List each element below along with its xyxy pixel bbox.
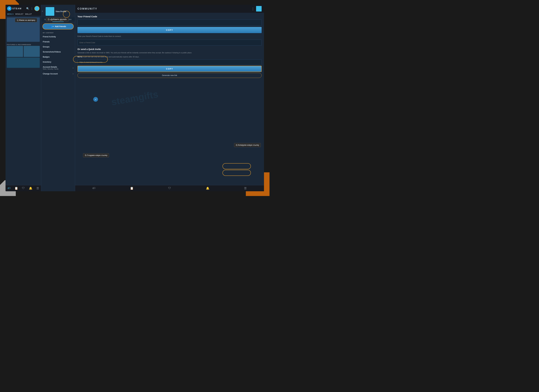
- menu-item-friends-label: Friends: [43, 41, 49, 43]
- quick-invite-title: Or send a Quick Invite: [77, 48, 262, 51]
- menu-item-account-label: Account Details: [43, 66, 58, 68]
- menu-item-friends[interactable]: Friends: [41, 39, 75, 44]
- menu-item-account[interactable]: Account Details Store, Security, Family …: [41, 65, 75, 71]
- featured-label: FEATURED & RECOMMENDED: [5, 43, 41, 46]
- store-header: S STEAM 🔍 ⋮: [5, 5, 41, 12]
- community-header: COMMUNITY ⋮: [75, 5, 264, 13]
- featured-item-1: [7, 46, 23, 57]
- menu-item-account-arrow-icon: ›: [73, 67, 73, 69]
- header-icons: 🔍 ⋮: [26, 6, 39, 11]
- menu-item-inventory-label: Inventory: [43, 61, 51, 63]
- community-more-icon[interactable]: ⋮: [251, 7, 255, 11]
- friend-code-title: Your Friend Code: [77, 15, 262, 18]
- community-tab-list-icon[interactable]: 📋: [130, 187, 134, 190]
- copy-invite-link-button[interactable]: COPY: [77, 66, 262, 72]
- menu-item-account-sub: Store, Security, Family: [43, 68, 58, 70]
- community-panel: COMMUNITY ⋮ Your Friend Code COPY Enter …: [75, 5, 264, 191]
- back-arrow-icon[interactable]: ‹: [42, 9, 43, 13]
- nav-menu[interactable]: MENU ▾: [7, 13, 14, 15]
- annotation-2: 2) «Добавить друзей»: [46, 17, 69, 21]
- copy-friend-code-button[interactable]: COPY: [77, 27, 262, 33]
- steam-logo: S STEAM: [7, 6, 22, 11]
- note-label: NOTE:: [77, 56, 83, 58]
- note-body: Each link can only be used once and auto…: [83, 56, 139, 58]
- community-avatar: [256, 6, 262, 11]
- friend-code-input[interactable]: [77, 40, 262, 46]
- community-content: Your Friend Code COPY Enter your friend'…: [75, 13, 264, 81]
- menu-item-groups-label: Groups: [43, 46, 49, 48]
- community-nav-bottom: 🏷 📋 🛡 🔔 ☰: [75, 185, 264, 191]
- my-content-label: MY CONTENT: [41, 31, 75, 34]
- steam-icon: S: [7, 6, 11, 11]
- menu-item-change-arrow-icon: ›: [73, 73, 73, 75]
- store-nav-bar: MENU ▾ WISHLIST WALLET: [5, 12, 41, 16]
- add-friends-button[interactable]: 👥+ Add friends: [43, 23, 74, 29]
- community-tab-menu-icon[interactable]: ☰: [244, 187, 247, 190]
- store-tab-shield-icon[interactable]: 🛡: [22, 187, 25, 190]
- menu-item-groups[interactable]: Groups: [41, 44, 75, 49]
- annotation-3: 3) Создаем новую ссылку: [83, 153, 109, 157]
- nav-wishlist[interactable]: WISHLIST: [15, 13, 23, 15]
- view-profile-button[interactable]: View Profile: [56, 10, 66, 13]
- featured-item-3: [7, 57, 40, 68]
- add-friends-label: Add friends: [55, 25, 66, 28]
- quick-invite-link: https://s.team/p/ваша/ссылка: [77, 59, 262, 65]
- store-tab-menu-icon[interactable]: ☰: [36, 187, 39, 190]
- profile-avatar[interactable]: [46, 7, 54, 16]
- featured-grid: [5, 46, 41, 57]
- menu-item-screenshots[interactable]: Screenshots/Videos: [41, 49, 75, 54]
- add-friends-icon: 👥+: [50, 25, 54, 28]
- more-icon[interactable]: ⋮: [31, 7, 33, 10]
- profile-top: ‹ View Profile: [41, 5, 75, 17]
- menu-item-change-account[interactable]: Change Account ›: [41, 71, 75, 76]
- menu-item-screenshots-label: Screenshots/Videos: [43, 51, 61, 53]
- menu-panel: ‹ View Profile 2) «Добавить друзей» Game…: [41, 5, 75, 191]
- friend-code-display: [77, 19, 262, 26]
- search-icon[interactable]: 🔍: [26, 7, 29, 10]
- steam-label: STEAM: [12, 7, 22, 10]
- annotation-4: 4) Копируем новую ссылку: [234, 143, 261, 147]
- annotation-1: 1) Жмем на аватарку: [15, 18, 37, 22]
- generate-new-link-button[interactable]: Generate new link: [77, 73, 262, 78]
- store-nav-bottom: 🏷 📋 🛡 🔔 ☰: [5, 185, 41, 191]
- menu-item-inventory[interactable]: Inventory: [41, 59, 75, 65]
- menu-item-friend-activity-label: Friend Activity: [43, 36, 56, 38]
- invite-instructions: Enter your friend's Friend Code to invit…: [77, 35, 262, 38]
- menu-item-badges-label: Badges: [43, 56, 49, 58]
- community-tab-shield-icon[interactable]: 🛡: [168, 187, 171, 190]
- community-header-right: ⋮: [251, 6, 262, 11]
- user-avatar[interactable]: [34, 6, 39, 11]
- store-panel: S STEAM 🔍 ⋮ MENU ▾ WISHLIST WALLET 1) Жм…: [5, 5, 41, 191]
- menu-item-friend-activity[interactable]: Friend Activity: [41, 34, 75, 39]
- note-text: NOTE: Each link can only be used once an…: [77, 56, 262, 58]
- checkmark-icon: ✓: [93, 97, 98, 102]
- nav-wallet[interactable]: WALLET: [25, 13, 32, 15]
- menu-item-badges[interactable]: Badges: [41, 54, 75, 59]
- community-tab-bell-icon[interactable]: 🔔: [206, 187, 209, 190]
- main-container: S STEAM 🔍 ⋮ MENU ▾ WISHLIST WALLET 1) Жм…: [5, 5, 264, 191]
- store-tab-bell-icon[interactable]: 🔔: [29, 187, 32, 190]
- store-tab-tag-icon[interactable]: 🏷: [8, 187, 10, 190]
- store-tab-list-icon[interactable]: 📋: [14, 187, 18, 190]
- invite-link-url: https://s.team/p/ваша/ссылка: [80, 61, 102, 63]
- community-tab-tag-icon[interactable]: 🏷: [92, 187, 95, 190]
- quick-invite-desc: Generate a link to share via email or SM…: [77, 52, 262, 54]
- featured-item-2: [24, 46, 40, 57]
- menu-item-change-account-label: Change Account: [43, 73, 58, 75]
- community-title: COMMUNITY: [77, 7, 97, 10]
